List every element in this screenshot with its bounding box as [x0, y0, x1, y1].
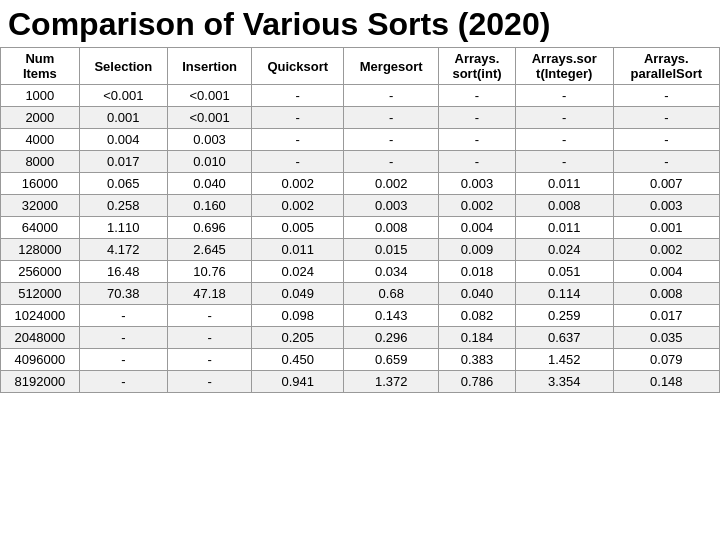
- table-cell: -: [613, 129, 719, 151]
- table-cell: -: [344, 151, 439, 173]
- table-cell: 0.011: [252, 239, 344, 261]
- col-header-arrays-sort-integer: Arrays.sort(Integer): [515, 48, 613, 85]
- table-cell: 1024000: [1, 305, 80, 327]
- table-cell: 0.002: [252, 195, 344, 217]
- table-cell: -: [515, 151, 613, 173]
- table-cell: 0.008: [344, 217, 439, 239]
- table-cell: -: [439, 151, 516, 173]
- table-cell: <0.001: [167, 107, 251, 129]
- table-cell: -: [613, 85, 719, 107]
- table-cell: 0.004: [439, 217, 516, 239]
- table-cell: 256000: [1, 261, 80, 283]
- table-cell: 0.383: [439, 349, 516, 371]
- table-cell: 0.002: [613, 239, 719, 261]
- table-cell: 1000: [1, 85, 80, 107]
- table-cell: 0.001: [613, 217, 719, 239]
- table-cell: -: [344, 85, 439, 107]
- table-cell: 2000: [1, 107, 80, 129]
- table-cell: 0.003: [613, 195, 719, 217]
- table-cell: <0.001: [167, 85, 251, 107]
- table-cell: 0.011: [515, 173, 613, 195]
- table-cell: 0.008: [515, 195, 613, 217]
- table-cell: 0.004: [79, 129, 167, 151]
- table-cell: -: [515, 129, 613, 151]
- table-cell: -: [439, 85, 516, 107]
- table-cell: -: [79, 305, 167, 327]
- table-cell: 4096000: [1, 349, 80, 371]
- table-cell: 1.452: [515, 349, 613, 371]
- comparison-table: NumItems Selection Insertion Quicksort M…: [0, 47, 720, 393]
- table-cell: 0.68: [344, 283, 439, 305]
- table-cell: 0.002: [344, 173, 439, 195]
- table-cell: 0.034: [344, 261, 439, 283]
- table-cell: 0.009: [439, 239, 516, 261]
- table-cell: 0.003: [344, 195, 439, 217]
- table-cell: 0.637: [515, 327, 613, 349]
- table-cell: 0.018: [439, 261, 516, 283]
- col-header-quicksort: Quicksort: [252, 48, 344, 85]
- table-cell: 2.645: [167, 239, 251, 261]
- table-cell: 0.184: [439, 327, 516, 349]
- table-cell: -: [252, 85, 344, 107]
- table-cell: 0.015: [344, 239, 439, 261]
- table-cell: 0.296: [344, 327, 439, 349]
- table-cell: 0.148: [613, 371, 719, 393]
- table-cell: 4000: [1, 129, 80, 151]
- table-cell: 0.696: [167, 217, 251, 239]
- table-cell: <0.001: [79, 85, 167, 107]
- table-cell: 2048000: [1, 327, 80, 349]
- table-cell: -: [167, 327, 251, 349]
- table-cell: 0.205: [252, 327, 344, 349]
- table-cell: 10.76: [167, 261, 251, 283]
- table-cell: 8192000: [1, 371, 80, 393]
- table-cell: 0.786: [439, 371, 516, 393]
- table-cell: -: [79, 371, 167, 393]
- table-cell: 0.258: [79, 195, 167, 217]
- table-cell: 0.017: [613, 305, 719, 327]
- table-cell: 0.941: [252, 371, 344, 393]
- table-cell: 16.48: [79, 261, 167, 283]
- table-cell: -: [167, 371, 251, 393]
- table-cell: 1.372: [344, 371, 439, 393]
- table-cell: -: [515, 85, 613, 107]
- table-cell: -: [439, 107, 516, 129]
- col-header-arrays-sort-int: Arrays.sort(int): [439, 48, 516, 85]
- table-cell: 0.040: [439, 283, 516, 305]
- table-cell: -: [515, 107, 613, 129]
- table-cell: 0.659: [344, 349, 439, 371]
- table-cell: 0.450: [252, 349, 344, 371]
- table-cell: 0.024: [252, 261, 344, 283]
- table-cell: 0.017: [79, 151, 167, 173]
- table-cell: 128000: [1, 239, 80, 261]
- table-cell: 0.114: [515, 283, 613, 305]
- table-cell: -: [613, 107, 719, 129]
- table-cell: -: [252, 107, 344, 129]
- table-cell: 0.259: [515, 305, 613, 327]
- table-cell: 0.003: [439, 173, 516, 195]
- table-cell: 0.002: [252, 173, 344, 195]
- table-cell: 1.110: [79, 217, 167, 239]
- table-cell: 0.007: [613, 173, 719, 195]
- table-cell: 0.040: [167, 173, 251, 195]
- col-header-insertion: Insertion: [167, 48, 251, 85]
- table-cell: 32000: [1, 195, 80, 217]
- col-header-selection: Selection: [79, 48, 167, 85]
- table-cell: 16000: [1, 173, 80, 195]
- table-cell: -: [613, 151, 719, 173]
- table-cell: 0.002: [439, 195, 516, 217]
- table-cell: 8000: [1, 151, 80, 173]
- table-cell: 0.011: [515, 217, 613, 239]
- col-header-numitems: NumItems: [1, 48, 80, 85]
- table-cell: 4.172: [79, 239, 167, 261]
- table-cell: 0.008: [613, 283, 719, 305]
- col-header-mergesort: Mergesort: [344, 48, 439, 85]
- table-cell: -: [79, 349, 167, 371]
- table-cell: 0.065: [79, 173, 167, 195]
- table-cell: 0.049: [252, 283, 344, 305]
- table-cell: 64000: [1, 217, 80, 239]
- table-cell: -: [252, 151, 344, 173]
- table-cell: 0.051: [515, 261, 613, 283]
- table-cell: -: [252, 129, 344, 151]
- table-cell: 0.035: [613, 327, 719, 349]
- page-title: Comparison of Various Sorts (2020): [0, 0, 720, 47]
